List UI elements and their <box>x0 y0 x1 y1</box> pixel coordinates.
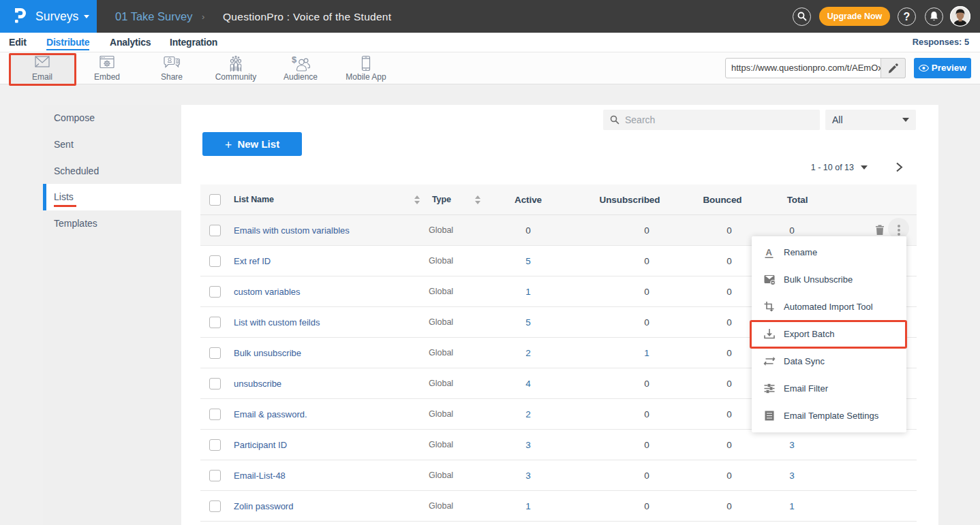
svg-text:$: $ <box>292 55 297 65</box>
svg-text:A: A <box>766 247 773 257</box>
